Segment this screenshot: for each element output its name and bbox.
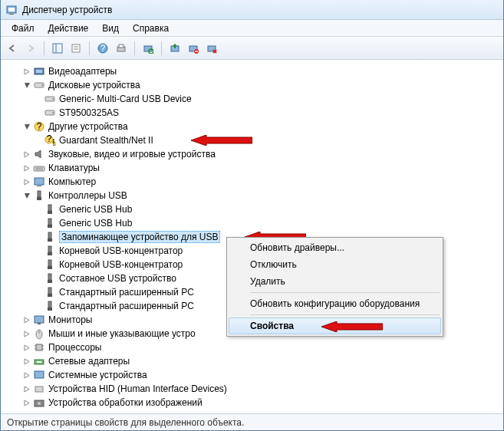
annotation-arrow [321,321,383,332]
svg-rect-45 [48,246,51,252]
svg-rect-37 [38,191,41,197]
tree-item-usb-controllers[interactable]: Контроллеры USB [7,189,500,202]
svg-rect-39 [48,205,51,211]
svg-rect-47 [48,260,51,266]
svg-point-22 [41,84,43,86]
menu-item-update-drivers[interactable]: Обновить драйверы... [229,239,441,256]
tree-item-keyboards[interactable]: Клавиатуры [7,161,500,175]
menubar: Файл Действие Вид Справка [1,20,503,37]
usb-icon [44,286,56,298]
svg-rect-53 [48,301,51,308]
tree-item-other-devices[interactable]: ? Другие устройства [7,120,500,133]
expand-icon[interactable] [22,67,31,76]
tree-item-processors[interactable]: Процессоры [7,341,500,354]
display-adapter-icon [33,65,45,77]
svg-rect-67 [35,387,43,392]
properties-button[interactable] [68,40,84,57]
status-bar: Открытие страницы свойств для выделенног… [1,413,503,430]
usb-icon [44,203,56,216]
sound-icon [33,148,45,160]
tree-item-usb[interactable]: Generic USB Hub [7,202,500,216]
app-icon [5,4,18,16]
tree-item-video-adapters[interactable]: Видеоадаптеры [7,64,500,78]
processor-icon [33,341,45,354]
tree-item-network-adapters[interactable]: Сетевые адаптеры [7,354,500,368]
toolbar: ? [1,37,503,60]
expand-icon[interactable] [22,343,31,352]
uninstall-button[interactable] [203,40,220,57]
menu-help[interactable]: Справка [127,21,175,35]
collapse-icon[interactable] [22,122,31,131]
update-driver-button[interactable] [166,40,183,57]
svg-rect-66 [35,371,44,378]
computer-icon [33,176,45,188]
tree-item-imaging[interactable]: Устройства обработки изображений [7,396,500,410]
context-menu: Обновить драйверы... Отключить Удалить О… [226,237,443,337]
tree-item-sound[interactable]: Звуковые, видео и игровые устройства [7,147,500,161]
svg-rect-11 [119,44,124,48]
toolbar-separator [134,41,135,55]
collapse-icon[interactable] [22,81,31,90]
back-button[interactable] [4,40,21,57]
expand-icon[interactable] [22,398,31,407]
svg-rect-2 [9,14,14,15]
menu-action[interactable]: Действие [42,21,95,35]
expand-icon[interactable] [22,163,31,173]
toolbar-separator [161,41,162,55]
expand-icon[interactable] [22,177,31,186]
usb-icon [44,272,56,285]
svg-rect-55 [35,316,44,323]
expand-icon[interactable] [22,150,31,159]
menu-item-delete[interactable]: Удалить [229,273,441,290]
tree-item-usb[interactable]: Generic USB Hub [7,216,500,230]
svg-point-24 [52,98,54,100]
svg-rect-49 [48,274,51,280]
other-devices-icon: ? [33,120,45,133]
svg-rect-43 [48,232,51,239]
menu-separator [250,314,440,315]
keyboard-icon [33,162,45,174]
svg-point-26 [52,112,54,114]
expand-icon[interactable] [22,315,31,324]
tree-item-disk-drives[interactable]: Дисковые устройства [7,78,500,92]
unknown-device-icon: ?! [44,134,56,146]
toolbar-separator [44,41,44,55]
svg-rect-35 [35,178,44,185]
disable-button[interactable] [185,40,202,57]
tree-item-disk[interactable]: Generic- Multi-Card USB Device [7,92,500,106]
disk-drive-icon [44,107,56,119]
usb-icon [44,217,56,229]
print-button[interactable] [113,40,130,57]
collapse-icon[interactable] [22,191,31,200]
svg-rect-36 [37,186,41,186]
window-title: Диспетчер устройств [22,5,112,15]
annotation-arrow [191,135,252,146]
expand-icon[interactable] [22,329,31,338]
menu-item-properties[interactable]: Свойства [229,317,441,334]
svg-rect-5 [72,44,80,52]
menu-item-disable[interactable]: Отключить [229,256,441,273]
svg-rect-50 [48,280,52,283]
tree-item-disk[interactable]: ST9500325AS [7,106,500,120]
tree-item-system-devices[interactable]: Системные устройства [7,368,500,382]
titlebar: Диспетчер устройств [1,0,503,20]
usb-icon [44,245,56,257]
svg-text:?: ? [100,43,106,54]
svg-rect-44 [48,239,52,242]
tree-item-guardant[interactable]: ?! Guardant Stealth/Net II [7,133,500,147]
expand-icon[interactable] [22,370,31,380]
help-button[interactable]: ? [94,40,111,57]
svg-rect-40 [48,211,52,214]
tree-item-computer[interactable]: Компьютер [7,175,500,189]
forward-button[interactable] [22,40,39,57]
menu-item-scan-hardware[interactable]: Обновить конфигурацию оборудования [229,295,441,312]
menu-file[interactable]: Файл [5,21,41,35]
disk-drive-icon [33,79,45,91]
expand-icon[interactable] [22,357,31,366]
scan-hardware-button[interactable] [140,40,156,57]
tree-item-hid[interactable]: Устройства HID (Human Interface Devices) [7,382,500,396]
menu-view[interactable]: Вид [96,21,125,35]
expand-icon[interactable] [22,384,31,393]
svg-rect-48 [48,266,52,269]
show-hide-tree-button[interactable] [49,40,66,57]
